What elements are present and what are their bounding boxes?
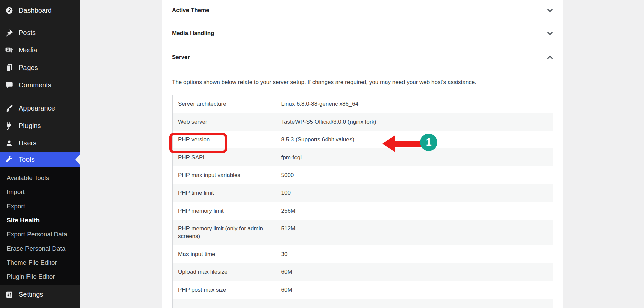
table-row: PHP version 8.5.3 (Supports 64bit values… — [173, 131, 553, 148]
admin-sidebar: Dashboard Posts Media Pages Commen — [0, 0, 80, 308]
table-row — [173, 299, 553, 308]
tools-submenu-item[interactable]: Export — [0, 199, 80, 213]
row-value: 512M — [276, 220, 553, 245]
sidebar-item-media[interactable]: Media — [0, 41, 80, 59]
row-value: 8.5.3 (Supports 64bit values) — [276, 131, 553, 148]
table-row: Upload max filesize 60M — [173, 263, 553, 281]
row-label: PHP memory limit (only for admin screens… — [173, 220, 276, 245]
submenu-item-label: Export Personal Data — [7, 231, 67, 238]
sidebar-item-dashboard[interactable]: Dashboard — [0, 2, 80, 19]
row-label: Max input time — [173, 245, 276, 263]
sliders-icon — [5, 290, 13, 299]
user-icon — [5, 139, 13, 147]
table-row: Server architecture Linux 6.8.0-88-gener… — [173, 95, 553, 113]
submenu-item-label: Site Health — [7, 217, 40, 224]
accordion-label: Media Handling — [172, 30, 214, 37]
row-label: PHP memory limit — [173, 202, 276, 220]
sidebar-item-label: Settings — [19, 291, 43, 298]
accordion-label: Active Theme — [172, 7, 209, 14]
chevron-up-icon — [546, 53, 554, 61]
tools-submenu-item[interactable]: Export Personal Data — [0, 227, 80, 241]
tools-submenu-item[interactable]: Available Tools — [0, 171, 80, 185]
accordion-label: Server — [172, 54, 190, 61]
media-icon — [5, 46, 13, 54]
table-row: PHP post max size 60M — [173, 281, 553, 299]
sidebar-item-posts[interactable]: Posts — [0, 24, 80, 41]
site-health-info-page: Active Theme Media Handling Server The o… — [80, 0, 644, 308]
sidebar-item-label: Media — [19, 46, 37, 54]
sidebar-item-label: Users — [19, 139, 36, 147]
chevron-down-icon — [546, 6, 554, 14]
tools-submenu-item[interactable]: Plugin File Editor — [0, 270, 80, 284]
tools-submenu-item[interactable]: Theme File Editor — [0, 256, 80, 270]
admin-menu: Dashboard Posts Media Pages Commen — [0, 0, 80, 303]
wrench-icon — [5, 155, 13, 164]
submenu-item-label: Available Tools — [7, 174, 49, 182]
table-row: PHP memory limit (only for admin screens… — [173, 220, 553, 245]
accordion-header-active-theme[interactable]: Active Theme — [162, 0, 563, 21]
sidebar-item-label: Tools — [19, 156, 35, 163]
accordion-header-server[interactable]: Server — [162, 45, 563, 70]
site-health-accordion-card: Active Theme Media Handling Server The o… — [162, 0, 563, 308]
row-label: Upload max filesize — [173, 263, 276, 281]
submenu-item-label: Theme File Editor — [7, 259, 57, 266]
submenu-item-label: Export — [7, 203, 25, 210]
sidebar-item-label: Comments — [19, 81, 51, 89]
table-row: PHP memory limit 256M — [173, 202, 553, 220]
accordion-header-media-handling[interactable]: Media Handling — [162, 21, 563, 45]
row-value: Linux 6.8.0-88-generic x86_64 — [276, 95, 553, 113]
comments-icon — [5, 81, 13, 89]
server-section-description: The options shown below relate to your s… — [172, 79, 553, 86]
tools-submenu-item[interactable]: Site Health — [0, 213, 80, 227]
row-value: 60M — [276, 281, 553, 299]
row-value: 30 — [276, 245, 553, 263]
row-value: TasteWP-S5 Official/3.0.0 (nginx fork) — [276, 113, 553, 131]
tools-submenu-item[interactable]: Erase Personal Data — [0, 241, 80, 256]
tools-submenu-item[interactable]: Import — [0, 185, 80, 199]
table-row: PHP time limit 100 — [173, 184, 553, 202]
dashboard-icon — [5, 6, 13, 15]
sidebar-item-pages[interactable]: Pages — [0, 59, 80, 76]
sidebar-item-label: Dashboard — [19, 7, 52, 14]
sidebar-item-tools[interactable]: Tools — [0, 152, 80, 167]
row-label: PHP SAPI — [173, 148, 276, 166]
row-value: 60M — [276, 263, 553, 281]
row-value: 5000 — [276, 166, 553, 184]
sidebar-item-appearance[interactable]: Appearance — [0, 99, 80, 117]
menu-separator — [0, 94, 80, 99]
row-label: Server architecture — [173, 95, 276, 113]
server-section-body: The options shown below relate to your s… — [162, 79, 563, 308]
submenu-item-label: Import — [7, 188, 25, 196]
table-row: PHP SAPI fpm-fcgi — [173, 148, 553, 166]
row-label: Web server — [173, 113, 276, 131]
sidebar-item-settings[interactable]: Settings — [0, 285, 80, 303]
brush-icon — [5, 104, 13, 113]
sidebar-item-label: Appearance — [19, 104, 55, 112]
row-label: PHP max input variables — [173, 166, 276, 184]
menu-separator — [0, 19, 80, 24]
row-value: fpm-fcgi — [276, 148, 553, 166]
row-label: PHP post max size — [173, 281, 276, 299]
pushpin-icon — [5, 29, 13, 37]
row-value: 100 — [276, 184, 553, 202]
chevron-down-icon — [546, 29, 554, 37]
sidebar-item-label: Plugins — [19, 122, 41, 130]
sidebar-item-plugins[interactable]: Plugins — [0, 117, 80, 134]
table-row: Web server TasteWP-S5 Official/3.0.0 (ng… — [173, 113, 553, 131]
pages-icon — [5, 63, 13, 72]
server-info-table: Server architecture Linux 6.8.0-88-gener… — [172, 95, 553, 308]
row-label: PHP time limit — [173, 184, 276, 202]
sidebar-item-label: Posts — [19, 29, 36, 37]
sidebar-item-comments[interactable]: Comments — [0, 76, 80, 94]
table-row: PHP max input variables 5000 — [173, 166, 553, 184]
sidebar-item-label: Pages — [19, 64, 38, 72]
table-row: Max input time 30 — [173, 245, 553, 263]
plug-icon — [5, 122, 13, 130]
submenu-item-label: Erase Personal Data — [7, 245, 65, 252]
sidebar-item-users[interactable]: Users — [0, 134, 80, 152]
row-value: 256M — [276, 202, 553, 220]
tools-submenu: Available Tools Import Export Site Healt… — [0, 167, 80, 285]
row-label: PHP version — [173, 131, 276, 148]
submenu-item-label: Plugin File Editor — [7, 273, 55, 280]
